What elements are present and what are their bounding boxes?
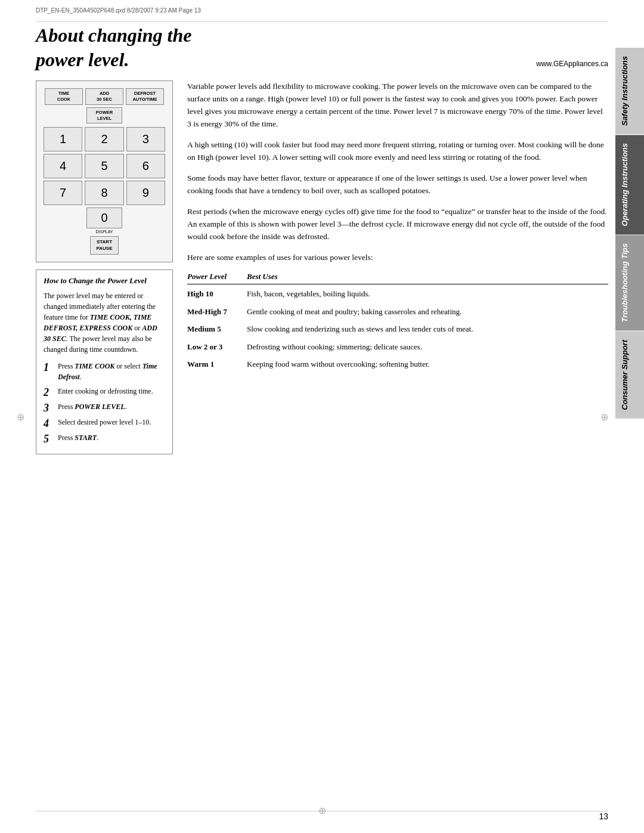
para-4: Rest periods (when the microwave energy … bbox=[187, 206, 608, 243]
sidebar-tabs: Safety Instructions Operating Instructio… bbox=[615, 48, 644, 419]
step-1: 1 Press TIME COOK or select Time Defrost… bbox=[44, 361, 165, 382]
website-url: www.GEAppliances.ca bbox=[536, 60, 608, 68]
start-pause-row: STARTPAUSE bbox=[44, 236, 165, 255]
para-3: Some foods may have better flavor, textu… bbox=[187, 172, 608, 197]
desc-medhigh7: Gentle cooking of meat and poultry; baki… bbox=[247, 306, 608, 318]
keypad-top-row: TIMECOOK ADD30 SEC DEFROSTAUTO/TIME bbox=[44, 88, 165, 105]
tab-operating: Operating Instructions bbox=[615, 135, 644, 235]
num-9: 9 bbox=[126, 181, 165, 205]
step-4-num: 4 bbox=[44, 417, 55, 429]
step-3: 3 Press POWER LEVEL. bbox=[44, 401, 165, 413]
num-3: 3 bbox=[126, 127, 165, 151]
level-high10: High 10 bbox=[187, 288, 247, 300]
step-5: 5 Press START. bbox=[44, 432, 165, 444]
table-row-low23: Low 2 or 3 Defrosting without cooking; s… bbox=[187, 341, 608, 353]
tab-troubleshooting-label: Troubleshooting Tips bbox=[620, 243, 629, 322]
step-list: 1 Press TIME COOK or select Time Defrost… bbox=[44, 361, 165, 444]
step3-powerlevel: POWER LEVEL bbox=[75, 402, 125, 411]
col2-header: Best Uses bbox=[247, 272, 608, 281]
step-5-num: 5 bbox=[44, 432, 55, 444]
table-row-high10: High 10 Fish, bacon, vegetables, boiling… bbox=[187, 288, 608, 300]
reg-mark-bottom: ⊕ bbox=[318, 805, 326, 816]
num-1: 1 bbox=[44, 127, 82, 151]
reg-mark-right: ⊕ bbox=[600, 411, 608, 422]
step-1-text: Press TIME COOK or select Time Defrost. bbox=[58, 361, 165, 382]
step-2: 2 Enter cooking or defrosting time. bbox=[44, 386, 165, 398]
left-column: TIMECOOK ADD30 SEC DEFROSTAUTO/TIME POWE… bbox=[36, 80, 173, 454]
tab-operating-label: Operating Instructions bbox=[620, 143, 629, 226]
keypad-box: TIMECOOK ADD30 SEC DEFROSTAUTO/TIME POWE… bbox=[36, 80, 173, 262]
tab-consumer: Consumer Support bbox=[615, 332, 644, 419]
page-container: DTP_EN-EN_350A4502P648.qxd 8/28/2007 9:2… bbox=[0, 0, 644, 833]
page-number: 13 bbox=[599, 812, 608, 821]
desc-medium5: Slow cooking and tenderizing such as ste… bbox=[247, 323, 608, 335]
step1-timecook: TIME COOK bbox=[75, 362, 114, 370]
table-row-medhigh7: Med-High 7 Gentle cooking of meat and po… bbox=[187, 306, 608, 318]
page-title-line1: About changing the bbox=[36, 24, 608, 47]
level-warm1: Warm 1 bbox=[187, 358, 247, 370]
level-low23: Low 2 or 3 bbox=[187, 341, 247, 353]
desc-low23: Defrosting without cooking; simmering; d… bbox=[247, 341, 608, 353]
file-info: DTP_EN-EN_350A4502P648.qxd 8/28/2007 9:2… bbox=[36, 7, 201, 14]
num-8: 8 bbox=[85, 181, 123, 205]
step-2-text: Enter cooking or defrosting time. bbox=[58, 386, 165, 397]
step5-start: START bbox=[75, 433, 97, 442]
time-cook-btn: TIMECOOK bbox=[45, 88, 83, 105]
num-6: 6 bbox=[126, 154, 165, 178]
bold-timecook: TIME COOK, TIME DEFROST, EXPRESS COOK bbox=[44, 313, 151, 332]
how-to-body: The power level may be entered or change… bbox=[44, 290, 165, 355]
para-5: Here are some examples of uses for vario… bbox=[187, 252, 608, 264]
desc-high10: Fish, bacon, vegetables, boiling liquids… bbox=[247, 288, 608, 300]
num-7: 7 bbox=[44, 181, 82, 205]
step-1-num: 1 bbox=[44, 361, 55, 373]
step-3-text: Press POWER LEVEL. bbox=[58, 401, 165, 412]
step-4-text: Select desired power level 1–10. bbox=[58, 417, 165, 428]
col1-header: Power Level bbox=[187, 272, 247, 281]
power-table: Power Level Best Uses High 10 Fish, baco… bbox=[187, 272, 608, 370]
keypad-grid: 1 2 3 4 5 6 7 8 9 bbox=[44, 127, 165, 205]
step-5-text: Press START. bbox=[58, 432, 165, 443]
main-content: About changing the power level. www.GEAp… bbox=[36, 24, 608, 809]
two-column-layout: TIMECOOK ADD30 SEC DEFROSTAUTO/TIME POWE… bbox=[36, 80, 608, 454]
right-column: Variable power levels add flexibility to… bbox=[187, 80, 608, 454]
table-row-medium5: Medium 5 Slow cooking and tenderizing su… bbox=[187, 323, 608, 335]
add-30sec-btn: ADD30 SEC bbox=[85, 88, 123, 105]
tab-consumer-label: Consumer Support bbox=[620, 340, 629, 410]
num-5: 5 bbox=[85, 154, 123, 178]
zero-col: 0 DISPLAY bbox=[86, 208, 122, 234]
display-label: DISPLAY bbox=[86, 230, 122, 234]
tab-safety-label: Safety Instructions bbox=[620, 56, 629, 126]
page-title-line2: power level. bbox=[36, 49, 608, 71]
how-to-box: How to Change the Power Level The power … bbox=[36, 270, 173, 454]
num-2: 2 bbox=[85, 127, 123, 151]
level-medium5: Medium 5 bbox=[187, 323, 247, 335]
desc-warm1: Keeping food warm without overcooking; s… bbox=[247, 358, 608, 370]
num-0: 0 bbox=[86, 208, 122, 228]
table-row-warm1: Warm 1 Keeping food warm without overcoo… bbox=[187, 358, 608, 370]
tab-safety: Safety Instructions bbox=[615, 48, 644, 135]
para-2: A high setting (10) will cook faster but… bbox=[187, 139, 608, 164]
step-3-num: 3 bbox=[44, 401, 55, 413]
start-pause-btn: STARTPAUSE bbox=[90, 236, 119, 255]
num-4: 4 bbox=[44, 154, 82, 178]
table-header: Power Level Best Uses bbox=[187, 272, 608, 284]
level-medhigh7: Med-High 7 bbox=[187, 306, 247, 318]
defrost-btn: DEFROSTAUTO/TIME bbox=[126, 88, 164, 105]
step-4: 4 Select desired power level 1–10. bbox=[44, 417, 165, 429]
para-1: Variable power levels add flexibility to… bbox=[187, 80, 608, 131]
step-2-num: 2 bbox=[44, 386, 55, 398]
top-rule bbox=[36, 21, 608, 22]
power-level-btn: POWERLEVEL bbox=[86, 107, 122, 124]
reg-mark-left: ⊕ bbox=[17, 411, 24, 422]
zero-btn-row: 0 DISPLAY bbox=[44, 208, 165, 234]
title-block: About changing the power level. www.GEAp… bbox=[36, 24, 608, 71]
tab-troubleshooting: Troubleshooting Tips bbox=[615, 235, 644, 331]
how-to-title: How to Change the Power Level bbox=[44, 276, 165, 286]
